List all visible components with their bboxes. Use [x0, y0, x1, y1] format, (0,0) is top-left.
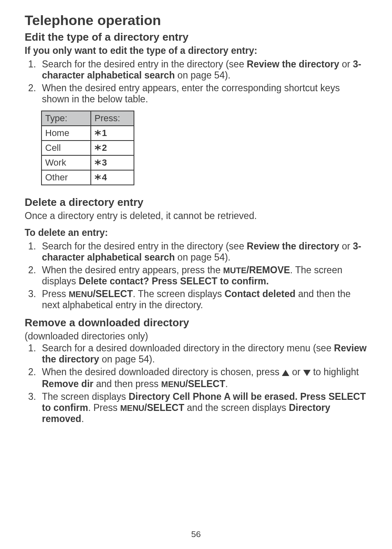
list-item: Press MENU/SELECT. The screen displays C…: [39, 288, 367, 311]
down-triangle-icon: [303, 367, 311, 378]
heading-remove-dir: Remove a downloaded directory: [25, 316, 367, 329]
edit-intro: If you only want to edit the type of a d…: [25, 45, 367, 56]
star-icon: [95, 174, 101, 182]
list-item: Search for the desired entry in the dire…: [39, 59, 367, 81]
star-icon: [95, 145, 101, 152]
list-item: When the desired entry appears, enter th…: [39, 83, 367, 105]
table-header-press: Press:: [91, 111, 134, 126]
delete-steps: Search for the desired entry in the dire…: [25, 241, 367, 311]
table-row: Other 4: [42, 170, 134, 185]
list-item: Search for the desired entry in the dire…: [39, 241, 367, 263]
delete-intro: Once a directory entry is deleted, it ca…: [25, 210, 367, 221]
svg-marker-13: [303, 370, 311, 376]
table-row: Home 1: [42, 126, 134, 141]
section-delete-entry: Delete a directory entry Once a director…: [25, 196, 367, 311]
section-edit-type: Edit the type of a directory entry If yo…: [25, 31, 367, 185]
list-item: The screen displays Directory Cell Phone…: [39, 391, 367, 424]
table-row: Cell 2: [42, 141, 134, 155]
heading-edit-type: Edit the type of a directory entry: [25, 31, 367, 44]
star-icon: [95, 130, 101, 137]
svg-marker-12: [282, 370, 289, 376]
page-number: 56: [0, 529, 392, 539]
heading-delete: Delete a directory entry: [25, 196, 367, 209]
section-remove-dir: Remove a downloaded directory (downloade…: [25, 316, 367, 424]
shortcut-table: Type: Press: Home 1 Cell 2 Work 3 Other …: [41, 111, 134, 185]
table-header-type: Type:: [42, 111, 91, 126]
list-item: When the desired entry appears, press th…: [39, 265, 367, 287]
remove-steps: Search for a desired downloaded director…: [25, 343, 367, 424]
list-item: Search for a desired downloaded director…: [39, 343, 367, 365]
up-triangle-icon: [282, 367, 289, 378]
star-icon: [95, 159, 101, 167]
edit-steps: Search for the desired entry in the dire…: [25, 59, 367, 105]
page-title: Telephone operation: [25, 12, 367, 28]
delete-sub: To delete an entry:: [25, 227, 367, 238]
list-item: When the desired downloaded directory is…: [39, 367, 367, 390]
remove-intro: (downloaded directories only): [25, 331, 367, 342]
table-row: Work 3: [42, 155, 134, 170]
